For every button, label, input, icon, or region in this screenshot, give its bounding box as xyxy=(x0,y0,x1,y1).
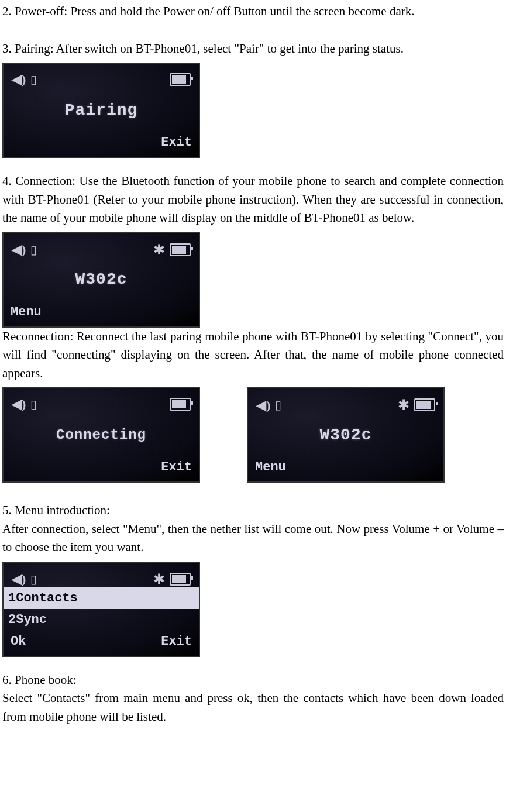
status-bar: ◀) ▯ xyxy=(4,70,199,89)
menu-item-sync: 2Sync xyxy=(4,609,199,631)
paragraph-6a: 6. Phone book: xyxy=(2,671,504,690)
device-screen-pairing: ◀) ▯ Pairing Exit xyxy=(2,63,200,158)
battery-icon xyxy=(170,573,191,586)
paragraph-6b: Select "Contacts" from main menu and pre… xyxy=(2,689,504,726)
bluetooth-icon: ✱ xyxy=(153,569,165,590)
screen-center-text: W302c xyxy=(319,423,371,448)
right-softkey: Exit xyxy=(161,457,192,477)
speaker-icon: ◀) xyxy=(12,394,26,414)
paragraph-3: 3. Pairing: After switch on BT-Phone01, … xyxy=(2,40,504,59)
status-bar: ◀) ▯ ✱ xyxy=(4,239,199,260)
left-softkey: Ok xyxy=(11,632,26,651)
paragraph-2: 2. Power-off: Press and hold the Power o… xyxy=(2,2,504,21)
bluetooth-icon: ✱ xyxy=(398,394,409,415)
device-screen-menu: ◀) ▯ ✱ 1Contacts 2Sync Ok Exit xyxy=(2,562,200,657)
speaker-icon: ◀) xyxy=(256,395,270,415)
left-softkey: Menu xyxy=(255,457,286,477)
status-bar: ◀) ▯ ✱ xyxy=(248,394,443,415)
right-softkey: Exit xyxy=(161,133,192,152)
speaker-icon: ◀) xyxy=(12,70,26,89)
screen-center-text: W302c xyxy=(75,267,127,292)
paragraph-5a: 5. Menu introduction: xyxy=(2,501,504,520)
phone-icon: ▯ xyxy=(30,395,37,413)
screen-center-text: Connecting xyxy=(56,425,146,446)
paragraph-4b: Reconnection: Reconnect the last paring … xyxy=(2,328,504,383)
speaker-icon: ◀) xyxy=(12,240,26,259)
bluetooth-icon: ✱ xyxy=(153,239,165,260)
phone-icon: ▯ xyxy=(30,570,37,588)
phone-icon: ▯ xyxy=(30,71,37,88)
phone-icon: ▯ xyxy=(275,396,281,414)
battery-icon xyxy=(170,398,191,411)
battery-icon xyxy=(414,398,435,411)
left-softkey: Menu xyxy=(11,302,42,322)
paragraph-4: 4. Connection: Use the Bluetooth functio… xyxy=(2,172,504,228)
menu-item-contacts: 1Contacts xyxy=(4,587,199,609)
device-screen-connected: ◀) ▯ ✱ W302c Menu xyxy=(2,232,200,328)
right-softkey: Exit xyxy=(161,632,192,651)
speaker-icon: ◀) xyxy=(12,569,26,589)
paragraph-5b: After connection, select "Menu", then th… xyxy=(2,520,504,557)
device-screen-connecting: ◀) ▯ Connecting Exit xyxy=(2,387,200,483)
status-bar: ◀) ▯ xyxy=(4,394,199,414)
phone-icon: ▯ xyxy=(30,241,37,259)
menu-list: 1Contacts 2Sync xyxy=(4,587,199,631)
battery-icon xyxy=(170,73,191,86)
screen-center-text: Pairing xyxy=(65,98,138,123)
device-screen-connected-2: ◀) ▯ ✱ W302c Menu xyxy=(247,387,445,483)
battery-icon xyxy=(170,243,191,256)
status-bar: ◀) ▯ ✱ xyxy=(4,569,199,590)
